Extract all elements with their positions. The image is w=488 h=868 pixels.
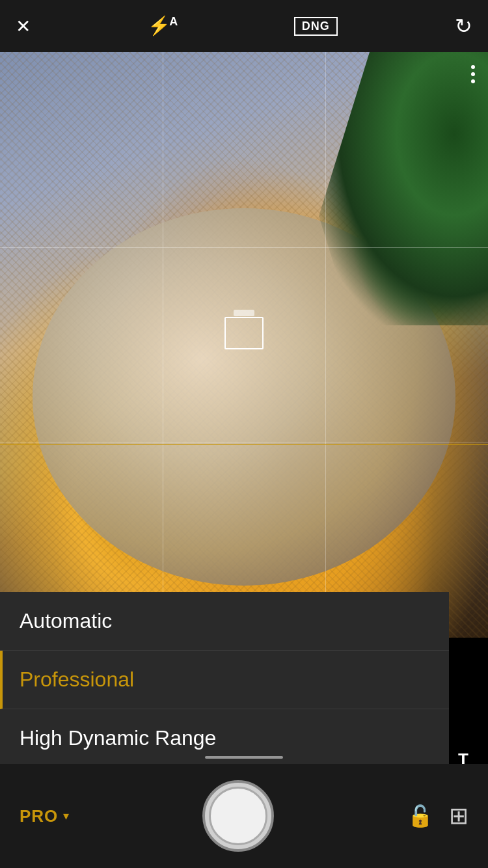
menu-item-professional-label: Professional — [20, 668, 134, 692]
auto-label: A — [169, 15, 176, 28]
menu-item-professional[interactable]: Professional — [0, 651, 449, 709]
rotate-button[interactable]: ↻ — [455, 14, 472, 38]
dot3 — [471, 79, 475, 83]
dng-badge[interactable]: DNG — [294, 17, 338, 36]
dot1 — [471, 65, 475, 69]
grid-button[interactable]: ⊞ — [449, 802, 468, 830]
focus-box[interactable] — [224, 317, 264, 349]
focus-indicator-top — [234, 310, 254, 316]
viewfinder — [0, 52, 488, 638]
top-bar: ✕ ⚡A DNG ↻ — [0, 0, 488, 52]
mode-dropdown: Automatic Professional High Dynamic Rang… — [0, 592, 449, 767]
menu-item-automatic-label: Automatic — [20, 609, 112, 633]
pro-mode-button[interactable]: PRO ▾ — [20, 806, 69, 826]
camera-preview — [0, 52, 488, 638]
bottom-right-controls: 🔓 ⊞ — [407, 802, 468, 830]
flash-icon: ⚡ — [148, 16, 169, 36]
shutter-inner — [209, 787, 267, 845]
pro-label: PRO — [20, 806, 58, 826]
dot2 — [471, 72, 475, 76]
menu-item-automatic[interactable]: Automatic — [0, 592, 449, 651]
menu-item-hdr-label: High Dynamic Range — [20, 726, 216, 750]
close-button[interactable]: ✕ — [16, 16, 31, 37]
settings-lock-button[interactable]: 🔓 — [407, 804, 433, 828]
shutter-button[interactable] — [202, 780, 274, 852]
bottom-bar: PRO ▾ 🔓 ⊞ — [0, 764, 488, 868]
chevron-down-icon: ▾ — [63, 809, 69, 823]
herbs-visual — [319, 52, 488, 325]
drag-handle[interactable] — [205, 756, 283, 759]
more-options-button[interactable] — [471, 65, 475, 83]
flash-auto-button[interactable]: ⚡A — [148, 15, 176, 36]
golden-ratio-line — [0, 444, 488, 445]
